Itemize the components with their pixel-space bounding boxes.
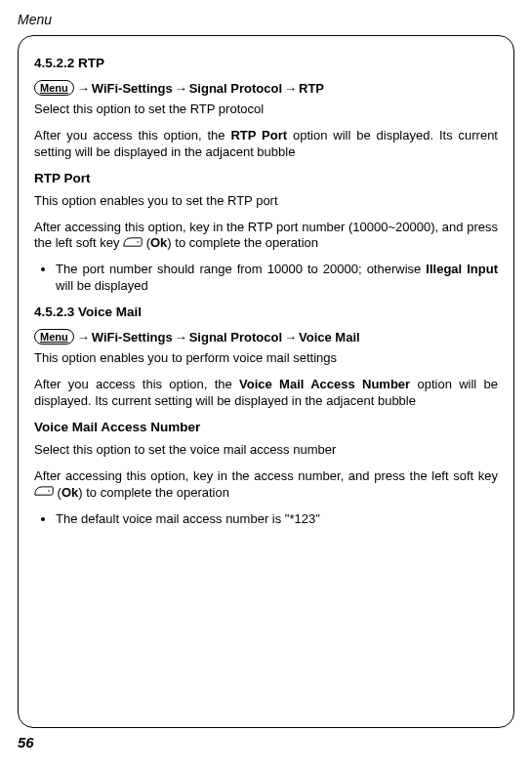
paragraph: Select this option to set the voice mail… xyxy=(34,442,498,459)
breadcrumb-item: Voice Mail xyxy=(299,330,360,345)
text-run: will be displayed xyxy=(56,278,148,293)
menu-icon: Menu xyxy=(34,329,74,345)
arrow-icon: → xyxy=(284,81,297,96)
paragraph: After accessing this option, key in the … xyxy=(34,220,498,253)
content-frame: 4.5.2.2 RTP Menu → WiFi-Settings → Signa… xyxy=(18,35,514,728)
breadcrumb-item: Signal Protocol xyxy=(189,81,282,96)
arrow-icon: → xyxy=(77,330,90,345)
paragraph: Select this option to set the RTP protoc… xyxy=(34,101,498,118)
breadcrumb-voicemail: Menu → WiFi-Settings → Signal Protocol →… xyxy=(34,329,498,345)
text-bold: Ok xyxy=(150,235,167,250)
breadcrumb-item: RTP xyxy=(299,81,324,96)
arrow-icon: → xyxy=(175,81,187,96)
breadcrumb-item: WiFi-Settings xyxy=(92,330,173,345)
text-run: After you access this option, the xyxy=(34,128,230,142)
softkey-icon xyxy=(34,485,54,502)
page-number: 56 xyxy=(18,734,514,751)
section-heading-voicemail: 4.5.2.3 Voice Mail xyxy=(34,304,498,319)
svg-point-1 xyxy=(48,490,50,492)
list-item: The port number should range from 10000 … xyxy=(56,262,498,295)
text-run: ( xyxy=(54,485,61,500)
text-run: After accessing this option, key in the … xyxy=(34,468,498,483)
arrow-icon: → xyxy=(175,330,187,345)
text-run: ( xyxy=(143,235,150,250)
text-run: The port number should range from 10000 … xyxy=(56,262,426,276)
subheading-rtp-port: RTP Port xyxy=(34,171,498,185)
page-header: Menu xyxy=(18,12,514,27)
section-heading-rtp: 4.5.2.2 RTP xyxy=(34,56,498,70)
menu-icon: Menu xyxy=(34,80,74,96)
breadcrumb-item: WiFi-Settings xyxy=(92,81,173,96)
text-run: ) to complete the operation xyxy=(78,485,229,500)
list-item: The default voice mail access number is … xyxy=(56,511,498,528)
paragraph: After you access this option, the RTP Po… xyxy=(34,128,498,161)
paragraph: After accessing this option, key in the … xyxy=(34,468,498,502)
svg-point-0 xyxy=(137,241,139,243)
arrow-icon: → xyxy=(77,81,90,96)
paragraph: This option enables you to perform voice… xyxy=(34,350,498,367)
breadcrumb-rtp: Menu → WiFi-Settings → Signal Protocol →… xyxy=(34,80,498,96)
paragraph: This option enables you to set the RTP p… xyxy=(34,193,498,210)
paragraph: After you access this option, the Voice … xyxy=(34,377,498,410)
bullet-list: The default voice mail access number is … xyxy=(34,511,498,528)
subheading-vm-access-number: Voice Mail Access Number xyxy=(34,420,498,434)
text-run: After you access this option, the xyxy=(34,377,239,391)
text-bold: Voice Mail Access Number xyxy=(239,377,410,391)
arrow-icon: → xyxy=(284,330,297,345)
bullet-list: The port number should range from 10000 … xyxy=(34,262,498,295)
text-bold: Illegal Input xyxy=(426,262,498,276)
softkey-icon xyxy=(123,236,143,253)
text-bold: Ok xyxy=(61,485,78,500)
breadcrumb-item: Signal Protocol xyxy=(189,330,282,345)
text-bold: RTP Port xyxy=(230,128,287,142)
text-run: ) to complete the operation xyxy=(167,235,318,250)
